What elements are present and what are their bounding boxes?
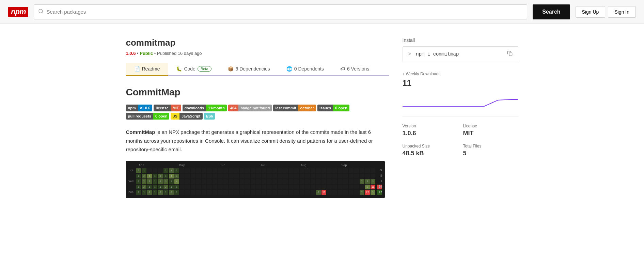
search-icon	[38, 9, 44, 15]
commit-map: Apr May Jun Jul Aug Sep Fri Wed Mon	[126, 161, 385, 198]
month-apr: Apr	[139, 163, 179, 167]
install-box: > npm i commitmap	[403, 46, 518, 62]
rnum-3: 3	[377, 179, 382, 184]
label-mon: Mon	[129, 190, 135, 195]
unpacked-size-label: Unpacked Size	[403, 144, 458, 149]
deps-tab-icon: 📦	[228, 66, 234, 72]
package-name: commitmap	[126, 37, 389, 48]
install-command: > npm i commitmap	[408, 51, 459, 57]
downloads-chart	[403, 90, 518, 107]
signin-button[interactable]: Sign In	[608, 6, 636, 18]
total-files-label: Total Files	[463, 144, 518, 149]
row-labels: Fri Wed Mon	[129, 168, 135, 196]
license-label: License	[463, 124, 518, 128]
month-jun: Jun	[220, 163, 261, 167]
badge-pull-requests: pull requests 0 open	[126, 113, 170, 120]
version-label: Version	[403, 124, 458, 128]
search-input[interactable]	[46, 9, 523, 15]
rnum-4: 16	[377, 185, 382, 189]
license-meta: License MIT	[463, 124, 518, 137]
copy-icon[interactable]	[507, 51, 513, 58]
tabs-nav: 📄 Readme 🐛 Code Beta 📦 6 Dependencies 🌐 …	[126, 63, 389, 76]
total-files-value: 5	[463, 150, 518, 157]
tab-readme[interactable]: 📄 Readme	[126, 63, 168, 76]
beta-badge: Beta	[198, 66, 211, 72]
readme-tab-icon: 📄	[134, 66, 140, 72]
package-visibility: Public	[140, 51, 153, 56]
nav-buttons: Sign Up Sign In	[576, 6, 636, 18]
dependents-tab-icon: 🌐	[286, 66, 292, 72]
tab-dependencies[interactable]: 📦 6 Dependencies	[220, 63, 278, 76]
weekly-downloads-count: 11	[403, 78, 518, 88]
tab-code[interactable]: 🐛 Code Beta	[168, 63, 219, 76]
package-description: CommitMap is an NPX package that generat…	[126, 128, 389, 154]
install-label: Install	[403, 37, 518, 43]
unpacked-size-meta: Unpacked Size 48.5 kB	[403, 144, 458, 157]
label-blank1	[129, 174, 135, 178]
npm-logo: npm	[8, 7, 28, 17]
version-meta: Version 1.0.6	[403, 124, 458, 137]
package-version: 1.0.6	[126, 51, 136, 56]
month-jul: Jul	[261, 163, 301, 167]
label-wed: Wed	[129, 179, 135, 184]
main-content: commitmap 1.0.6 • Public • Published 16 …	[126, 37, 389, 198]
meta-separator-1: •	[137, 51, 140, 56]
unpacked-size-value: 48.5 kB	[403, 150, 458, 157]
meta-grid: Version 1.0.6 License MIT Unpacked Size …	[403, 124, 518, 157]
total-files-meta: Total Files 5	[463, 144, 518, 157]
badge-license: license MIT	[154, 105, 181, 111]
badge-es6: ES6	[204, 113, 215, 120]
main-layout: commitmap 1.0.6 • Public • Published 16 …	[118, 24, 527, 206]
month-sep: Sep	[342, 163, 382, 167]
grid-area: 2112112412143123123142331211121151611212…	[136, 168, 375, 196]
readme-tab-label: Readme	[142, 66, 160, 72]
sidebar: Install > npm i commitmap ↓ Weekly Downl…	[403, 37, 518, 198]
month-aug: Aug	[301, 163, 342, 167]
prompt-symbol: >	[408, 51, 411, 57]
version-value: 1.0.6	[403, 130, 458, 137]
search-button[interactable]: Search	[533, 4, 570, 19]
dependents-tab-label: 0 Dependents	[294, 66, 324, 72]
rnum-5: 27	[377, 190, 382, 195]
code-tab-icon: 🐛	[176, 66, 182, 72]
badge-last-commit: last commit october	[273, 105, 316, 111]
install-cmd-text: npm i commitmap	[416, 51, 459, 57]
versions-tab-label: 6 Versions	[347, 66, 369, 72]
rnum-1: 9	[377, 168, 382, 173]
header: npm Search Sign Up Sign In	[0, 0, 644, 24]
weekly-downloads-label: ↓ Weekly Downloads	[403, 72, 518, 76]
svg-rect-2	[509, 53, 512, 56]
label-blank2	[129, 185, 135, 189]
versions-tab-icon: 🏷	[340, 66, 345, 72]
svg-point-0	[39, 9, 43, 13]
svg-line-1	[42, 12, 43, 13]
description-bold: CommitMap	[126, 129, 155, 135]
badge-javascript: JS JavaScript	[171, 113, 202, 120]
tab-versions[interactable]: 🏷 6 Versions	[332, 63, 377, 76]
package-meta: 1.0.6 • Public • Published 16 days ago	[126, 51, 389, 56]
right-numbers: 9 8 3 16 27	[377, 168, 382, 196]
badge-404: 404 badge not found	[228, 105, 272, 111]
badge-npm-version: npm v1.0.6	[126, 105, 153, 111]
month-may: May	[179, 163, 220, 167]
install-section: Install > npm i commitmap	[403, 37, 518, 62]
download-icon: ↓	[403, 72, 405, 76]
badges-container: npm v1.0.6 license MIT downloads 11/mont…	[126, 105, 389, 120]
badge-issues: issues 0 open	[317, 105, 349, 111]
weekly-downloads-section: ↓ Weekly Downloads 11	[403, 72, 518, 107]
rnum-2: 8	[377, 174, 382, 178]
description-rest: is an NPX package that generates a graph…	[126, 129, 373, 152]
meta-separator-2: •	[154, 51, 157, 56]
code-tab-label: Code	[184, 66, 195, 72]
divider-1	[403, 116, 518, 117]
signup-button[interactable]: Sign Up	[576, 6, 606, 18]
tab-dependents[interactable]: 🌐 0 Dependents	[278, 63, 332, 76]
commit-map-rows: Fri Wed Mon 2112112412143123123142331211…	[129, 168, 382, 196]
deps-tab-label: 6 Dependencies	[236, 66, 270, 72]
search-bar	[34, 4, 527, 19]
license-value: MIT	[463, 130, 518, 137]
readme-title: CommitMap	[126, 87, 389, 98]
package-published: Published 16 days ago	[157, 51, 202, 56]
label-fri: Fri	[129, 168, 135, 173]
badge-downloads: downloads 11/month	[183, 105, 227, 111]
